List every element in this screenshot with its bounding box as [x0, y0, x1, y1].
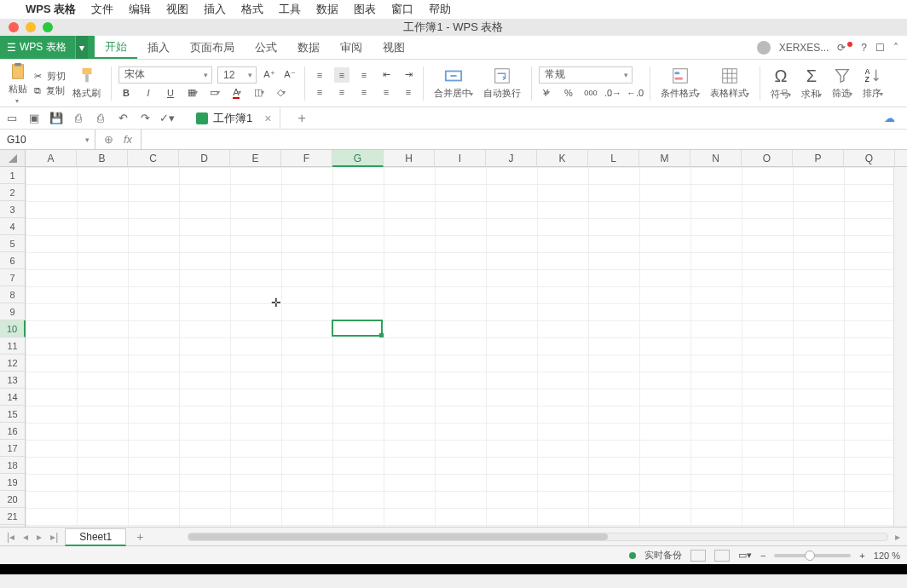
column-header[interactable]: L — [588, 150, 639, 166]
sheet-nav-prev[interactable]: ◂ — [21, 531, 30, 543]
cut-button[interactable]: ✂剪切 — [34, 70, 66, 83]
row-header[interactable]: 14 — [0, 389, 25, 406]
row-header[interactable]: 18 — [0, 457, 25, 474]
row-header[interactable]: 9 — [0, 303, 25, 320]
zoom-in-button[interactable]: + — [859, 551, 864, 561]
underline-button[interactable]: U — [163, 85, 178, 101]
row-header[interactable]: 10 — [0, 320, 26, 337]
row-header[interactable]: 1 — [0, 167, 25, 184]
merge-center-button[interactable]: 合并居中▾ — [430, 65, 477, 101]
align-left-icon[interactable]: ≡ — [312, 84, 327, 100]
view-mode-dropdown[interactable]: ▭▾ — [738, 550, 752, 561]
row-header[interactable]: 19 — [0, 474, 25, 491]
menu-format[interactable]: 格式 — [241, 2, 263, 17]
menu-edit[interactable]: 编辑 — [129, 2, 151, 17]
add-sheet-button[interactable]: + — [131, 530, 148, 544]
menu-tools[interactable]: 工具 — [279, 2, 301, 17]
column-header[interactable]: P — [793, 150, 844, 166]
font-color-button[interactable]: A▾ — [229, 85, 245, 101]
row-header[interactable]: 21 — [0, 508, 25, 525]
column-header[interactable]: J — [486, 150, 537, 166]
print-preview-icon[interactable]: ⎙ — [94, 112, 107, 125]
ribbon-tab-formula[interactable]: 公式 — [245, 36, 287, 59]
add-document-tab[interactable]: + — [289, 111, 314, 126]
align-middle-icon[interactable]: ≡ — [334, 67, 350, 83]
column-header[interactable]: K — [537, 150, 588, 166]
user-name[interactable]: XERXES... — [779, 42, 829, 54]
auto-wrap-button[interactable]: 自动换行 — [480, 65, 524, 101]
align-bottom-icon[interactable]: ≡ — [356, 67, 372, 83]
sum-button[interactable]: Σ 求和▾ — [798, 65, 825, 102]
row-header[interactable]: 5 — [0, 235, 25, 252]
qa-dropdown-icon[interactable]: ✓▾ — [160, 112, 174, 125]
sheet-nav-last[interactable]: ▸| — [49, 531, 60, 543]
paste-button[interactable]: 粘贴▾ — [5, 61, 31, 107]
fill-handle[interactable] — [379, 333, 384, 337]
ribbon-tab-home[interactable]: 开始 — [95, 36, 137, 59]
symbol-button[interactable]: Ω 符号▾ — [767, 65, 794, 102]
row-header[interactable]: 16 — [0, 423, 25, 440]
increase-indent-icon[interactable]: ⇥ — [401, 67, 416, 83]
sheet-nav-next[interactable]: ▸ — [35, 531, 43, 543]
menu-insert[interactable]: 插入 — [204, 2, 226, 17]
backup-status-label[interactable]: 实时备份 — [644, 549, 682, 562]
zoom-formula-icon[interactable]: ⊕ — [104, 133, 113, 146]
close-window-button[interactable] — [9, 22, 19, 32]
formula-input[interactable] — [142, 130, 907, 149]
column-header[interactable]: N — [690, 150, 742, 166]
sort-button[interactable]: AZ 排序▾ — [859, 65, 887, 101]
column-header[interactable]: A — [26, 150, 77, 166]
increase-decimal-icon[interactable]: .0→ — [605, 85, 621, 101]
sheet-tab[interactable]: Sheet1 — [65, 528, 126, 546]
view-page-icon[interactable] — [714, 550, 730, 562]
document-tab[interactable]: 工作簿1 × — [188, 107, 280, 129]
print-icon[interactable]: ⎙ — [72, 112, 85, 125]
view-normal-icon[interactable] — [690, 550, 706, 562]
menu-chart[interactable]: 图表 — [354, 2, 376, 17]
notification-icon[interactable]: ⟳ — [837, 42, 852, 54]
font-size-select[interactable]: 12 — [217, 66, 257, 84]
row-header[interactable]: 12 — [0, 355, 25, 372]
column-header[interactable]: E — [230, 150, 281, 166]
ribbon-tab-data[interactable]: 数据 — [287, 36, 330, 59]
increase-font-icon[interactable]: A⁺ — [262, 67, 277, 83]
open-doc-icon[interactable]: ▣ — [27, 112, 41, 125]
ribbon-tab-view[interactable]: 视图 — [373, 36, 415, 59]
feedback-icon[interactable]: ☐ — [875, 42, 885, 54]
column-header[interactable]: B — [77, 150, 128, 166]
column-header[interactable]: I — [435, 150, 486, 166]
percent-icon[interactable]: % — [561, 85, 576, 101]
menu-window[interactable]: 窗口 — [391, 2, 413, 17]
cells-area[interactable]: ✛ — [26, 167, 907, 527]
undo-icon[interactable]: ↶ — [116, 112, 130, 125]
column-header[interactable]: Q — [844, 150, 895, 166]
menu-help[interactable]: 帮助 — [429, 2, 451, 17]
zoom-slider[interactable] — [774, 554, 851, 557]
column-header[interactable]: F — [281, 150, 332, 166]
row-header[interactable]: 17 — [0, 440, 25, 457]
column-header[interactable]: H — [384, 150, 435, 166]
fill-color-button[interactable]: ▭▾ — [207, 85, 222, 101]
zoom-out-button[interactable]: − — [760, 551, 765, 561]
hscroll-right[interactable]: ▸ — [893, 531, 902, 543]
sheet-nav-first[interactable]: |◂ — [5, 531, 16, 543]
align-distribute-icon[interactable]: ≡ — [401, 84, 416, 100]
row-header[interactable]: 6 — [0, 252, 25, 269]
ribbon-tab-page-layout[interactable]: 页面布局 — [180, 36, 245, 59]
row-header[interactable]: 20 — [0, 491, 25, 508]
row-header[interactable]: 13 — [0, 372, 25, 389]
column-header[interactable]: C — [128, 150, 179, 166]
select-all-corner[interactable] — [0, 150, 26, 166]
clear-button[interactable]: ◇▾ — [274, 85, 289, 101]
user-avatar-icon[interactable] — [757, 41, 771, 55]
ribbon-tab-review[interactable]: 审阅 — [330, 36, 373, 59]
align-top-icon[interactable]: ≡ — [312, 67, 327, 83]
row-header[interactable]: 22 — [0, 525, 25, 527]
decrease-font-icon[interactable]: A⁻ — [282, 67, 298, 83]
column-header[interactable]: G — [332, 150, 384, 167]
conditional-format-button[interactable]: 条件格式▾ — [657, 65, 703, 101]
active-cell[interactable] — [332, 320, 383, 337]
filter-button[interactable]: 筛选▾ — [829, 65, 856, 101]
cloud-sync-icon[interactable]: ☁ — [884, 112, 895, 124]
vertical-scrollbar[interactable] — [893, 167, 907, 527]
